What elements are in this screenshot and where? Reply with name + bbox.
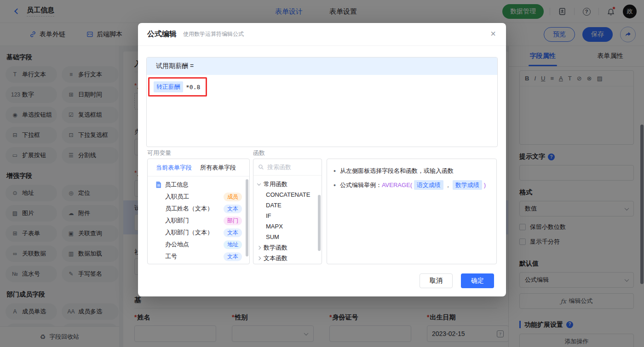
common-function-items: CONCATENATE DATE IF MAPX SUM [253, 189, 322, 242]
formula-edit-dialog: 公式编辑 使用数学运算符编辑公式 × 试用期薪酬 = 转正薪酬 *0.8 可用变… [138, 23, 506, 296]
form-doc-icon [156, 182, 161, 188]
field-type-badge: 地址 [224, 240, 242, 249]
function-item[interactable]: CONCATENATE [253, 189, 322, 200]
hint-line-1: • 从左侧面板选择字段名和函数，或输入函数 [334, 167, 490, 175]
example-field-token: 数学成绩 [453, 180, 482, 190]
dialog-title: 公式编辑 [147, 29, 177, 39]
formula-target: 试用期薪酬 = [147, 57, 497, 75]
dialog-header: 公式编辑 使用数学运算符编辑公式 × [138, 23, 506, 46]
variable-row[interactable]: 入职部门 部门 [148, 215, 249, 227]
chevron-right-icon [257, 245, 261, 249]
annotation-red-box: 转正薪酬 *0.8 [148, 77, 207, 97]
formula-hints-panel: • 从左侧面板选择字段名和函数，或输入函数 • 公式编辑举例：AVERAGE( … [327, 159, 497, 264]
formula-input-area[interactable]: 转正薪酬 *0.8 [147, 75, 497, 147]
close-icon[interactable]: × [490, 29, 496, 38]
variables-list: 员工信息 入职员工 成员 员工姓名（文本） 文本 入职部门 部门 入职部门（文本… [148, 176, 249, 262]
form-node[interactable]: 员工信息 [148, 179, 249, 191]
variables-tabs: 当前表单字段 所有表单字段 [148, 159, 249, 176]
variable-row[interactable]: 入职员工 成员 [148, 191, 249, 203]
chevron-down-icon [257, 182, 261, 185]
variable-row[interactable]: 办公地点 地址 [148, 239, 249, 250]
variable-row[interactable]: 入职部门（文本） 文本 [148, 227, 249, 239]
field-type-badge: 文本 [224, 252, 242, 261]
function-tree: 常用函数 CONCATENATE DATE IF MAPX SUM 数学函数 文… [253, 176, 322, 263]
hint-line-2: • 公式编辑举例：AVERAGE( 语文成绩 ， 数学成绩 ) [334, 181, 490, 189]
field-type-badge: 文本 [224, 205, 242, 213]
variables-panel: 当前表单字段 所有表单字段 员工信息 入职员工 成员 员工姓名（文本） 文本 入… [147, 159, 250, 264]
cancel-button[interactable]: 取消 [420, 273, 453, 288]
function-search[interactable] [253, 159, 322, 176]
field-type-badge: 成员 [224, 193, 242, 201]
function-search-input[interactable] [267, 164, 313, 171]
field-type-badge: 文本 [224, 228, 242, 237]
example-field-token: 语文成绩 [414, 180, 443, 190]
formula-expression: *0.8 [186, 84, 200, 91]
variables-label: 可用变量 [147, 149, 171, 157]
variable-row[interactable]: 工号 文本 [148, 250, 249, 262]
function-item[interactable]: SUM [253, 232, 322, 242]
dialog-subtitle: 使用数学运算符编辑公式 [183, 30, 244, 38]
variable-row[interactable]: 员工姓名（文本） 文本 [148, 203, 249, 215]
field-type-badge: 部门 [224, 216, 242, 225]
example-function-name: AVERAGE( [382, 182, 412, 188]
tab-current-form-fields[interactable]: 当前表单字段 [156, 164, 192, 172]
search-icon [258, 164, 264, 170]
functions-label: 函数 [253, 149, 265, 157]
field-token[interactable]: 转正薪酬 [154, 81, 183, 92]
function-group-text[interactable]: 文本函数 [253, 253, 322, 263]
function-item[interactable]: IF [253, 210, 322, 221]
function-group-common[interactable]: 常用函数 [253, 179, 322, 189]
tab-all-form-fields[interactable]: 所有表单字段 [200, 164, 236, 172]
variables-scrollbar-thumb[interactable] [246, 179, 248, 256]
confirm-button[interactable]: 确定 [461, 273, 494, 288]
formula-editor: 试用期薪酬 = 转正薪酬 *0.8 [146, 57, 498, 147]
function-item[interactable]: DATE [253, 200, 322, 210]
function-item[interactable]: MAPX [253, 221, 322, 232]
functions-panel: 常用函数 CONCATENATE DATE IF MAPX SUM 数学函数 文… [253, 159, 322, 264]
chevron-right-icon [257, 256, 261, 260]
functions-scrollbar-thumb[interactable] [318, 195, 321, 251]
function-group-math[interactable]: 数学函数 [253, 242, 322, 253]
